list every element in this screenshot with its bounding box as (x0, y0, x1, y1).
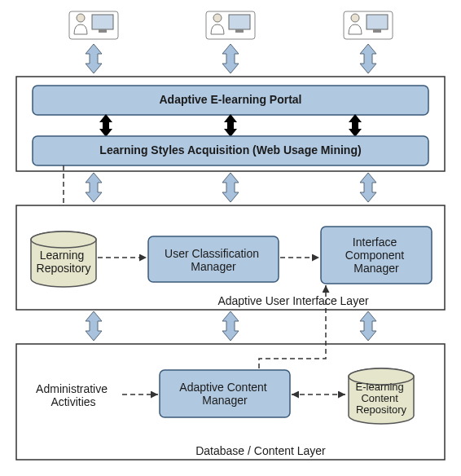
user-icon (206, 11, 255, 39)
connector-arrow (222, 44, 239, 73)
connector-arrow (86, 311, 102, 341)
connector-arrow (222, 173, 239, 202)
interface-component-label: Interface Component Manager (345, 236, 407, 275)
connector-arrow (86, 44, 102, 73)
connector-arrow (222, 311, 239, 341)
connector-arrow (86, 173, 102, 202)
connector-arrow (360, 173, 376, 202)
elearning-repo-label: E-learning Content Repository (356, 381, 407, 416)
adaptive-portal-label: Adaptive E-learning Portal (159, 93, 301, 106)
user-icon (344, 11, 393, 39)
learning-repository-label: Learning Repository (37, 249, 91, 275)
content-layer-caption: Database / Content Layer (195, 444, 326, 457)
connector-arrow (360, 311, 376, 341)
learning-styles-label: Learning Styles Acquisition (Web Usage M… (99, 143, 361, 156)
connector-arrow (360, 44, 376, 73)
ui-layer-caption: Adaptive User Interface Layer (217, 294, 369, 307)
user-icon (69, 11, 118, 39)
